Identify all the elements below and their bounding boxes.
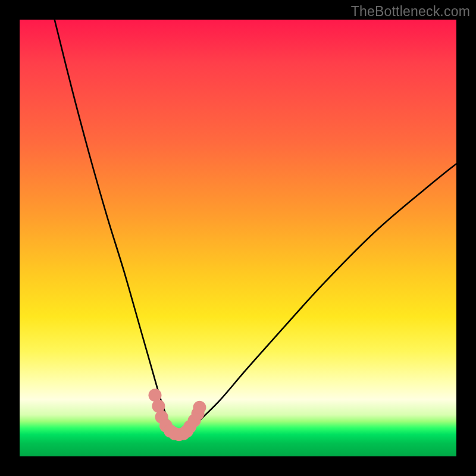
watermark-text: TheBottleneck.com	[351, 4, 470, 20]
outer-frame: TheBottleneck.com	[0, 0, 476, 476]
bottleneck-curve-path	[55, 20, 456, 435]
curve-layer	[20, 20, 456, 456]
highlight-dot	[193, 401, 206, 414]
plot-area	[20, 20, 456, 456]
highlight-dots-group	[149, 389, 206, 441]
